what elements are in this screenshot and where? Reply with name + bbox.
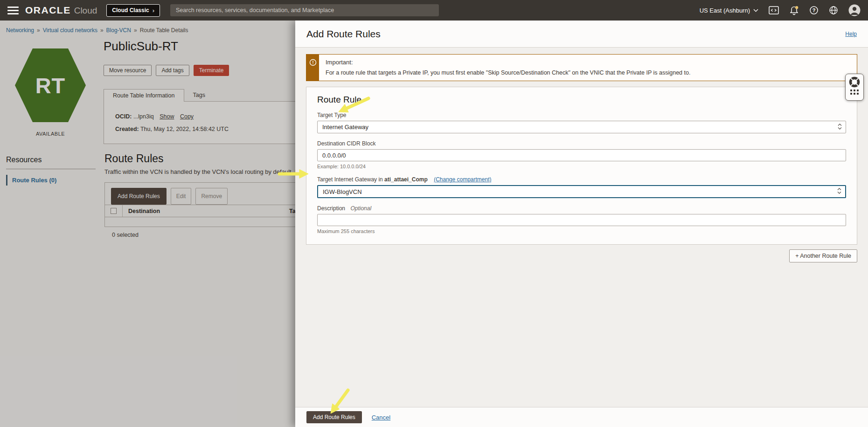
compartment-name: ati_attaei_Comp — [384, 176, 428, 183]
target-type-select[interactable]: Internet Gateway — [317, 121, 846, 133]
cancel-link[interactable]: Cancel — [372, 414, 390, 421]
cloud-classic-label: Cloud Classic — [112, 7, 149, 14]
warning-title: Important: — [326, 59, 690, 66]
select-stepper-icon — [838, 123, 842, 131]
target-type-label: Target Type — [317, 112, 846, 118]
description-label: Description Optional — [317, 205, 846, 212]
change-compartment-link[interactable]: (Change compartment) — [434, 176, 491, 183]
svg-text:?: ? — [812, 7, 816, 13]
topbar: ORACLE Cloud Cloud Classic › US East (As… — [0, 0, 868, 21]
region-label: US East (Ashburn) — [700, 7, 750, 14]
route-rule-form: Route Rule Target Type Internet Gateway … — [306, 87, 857, 245]
screen: ORACLE Cloud Cloud Classic › US East (As… — [0, 0, 868, 427]
life-preserver-icon — [848, 76, 861, 88]
target-gateway-label: Target Internet Gateway in ati_attaei_Co… — [317, 176, 846, 183]
add-route-rules-submit-button[interactable]: Add Route Rules — [306, 411, 362, 423]
hamburger-menu-icon[interactable] — [7, 7, 19, 14]
globe-icon[interactable] — [829, 6, 838, 15]
brand-oracle-text: ORACLE — [25, 5, 71, 16]
add-route-rules-panel: Add Route Rules Help Important: For a ro… — [295, 21, 868, 427]
description-input[interactable] — [317, 214, 846, 226]
search-input[interactable] — [170, 4, 439, 16]
user-avatar-icon[interactable] — [848, 4, 861, 16]
warning-content: Important: For a route rule that targets… — [319, 55, 697, 81]
another-route-rule-button[interactable]: + Another Route Rule — [789, 249, 857, 262]
help-link[interactable]: Help — [845, 31, 857, 37]
warning-text: For a route rule that targets a Private … — [326, 69, 690, 76]
help-icon[interactable]: ? — [809, 6, 819, 15]
important-warning-banner: Important: For a route rule that targets… — [306, 54, 857, 81]
target-internet-gateway-value: IGW-BlogVCN — [323, 188, 362, 195]
cidr-hint: Example: 10.0.0.0/24 — [317, 164, 846, 169]
oracle-cloud-logo: ORACLE Cloud — [25, 5, 97, 16]
panel-title: Add Route Rules — [306, 28, 381, 40]
panel-header: Add Route Rules Help — [295, 21, 868, 48]
notifications-bell-icon[interactable] — [789, 6, 799, 15]
dev-console-icon[interactable] — [769, 6, 779, 14]
description-hint: Maximum 255 characters — [317, 228, 846, 234]
floating-help-widget[interactable] — [845, 74, 864, 101]
route-rule-heading: Route Rule — [317, 95, 846, 105]
select-stepper-icon — [837, 187, 841, 196]
cloud-classic-button[interactable]: Cloud Classic › — [106, 4, 160, 17]
warning-bar — [306, 55, 319, 81]
topbar-right: US East (Ashburn) ? — [700, 4, 861, 16]
destination-cidr-input[interactable] — [317, 149, 846, 161]
region-selector[interactable]: US East (Ashburn) — [700, 7, 758, 14]
another-row: + Another Route Rule — [306, 249, 857, 262]
target-internet-gateway-select[interactable]: IGW-BlogVCN — [317, 185, 846, 198]
optional-tag: Optional — [350, 205, 371, 212]
brand-cloud-text: Cloud — [74, 6, 97, 16]
chevron-down-icon — [753, 9, 758, 12]
panel-body: Important: For a route rule that targets… — [295, 48, 868, 262]
chevron-right-icon: › — [153, 7, 154, 14]
target-type-value: Internet Gateway — [322, 124, 368, 131]
destination-cidr-label: Destination CIDR Block — [317, 140, 846, 147]
target-gateway-label-prefix: Target Internet Gateway in — [317, 176, 383, 183]
panel-footer: Add Route Rules Cancel — [295, 407, 868, 427]
warning-icon — [309, 59, 317, 66]
grid-dots-icon — [850, 90, 859, 95]
